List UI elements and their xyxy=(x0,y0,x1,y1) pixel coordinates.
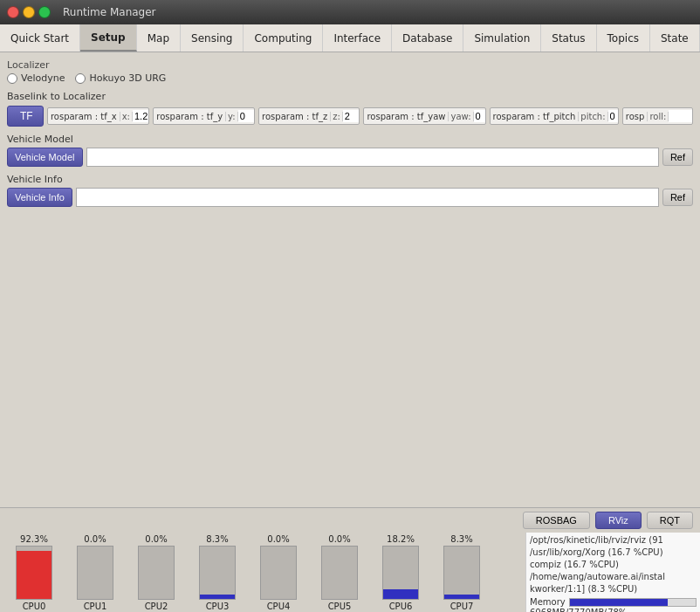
cpu-bar-cpu1 xyxy=(77,546,113,600)
vehicle-model-button[interactable]: Vehicle Model xyxy=(7,148,83,167)
cpu-bar-fill-cpu7 xyxy=(444,595,479,599)
tab-computing[interactable]: Computing xyxy=(244,24,323,52)
param-tf-x-input[interactable] xyxy=(133,110,149,122)
param-tf-z-input[interactable] xyxy=(343,110,360,122)
baselink-row: TF rosparam : tf_x x: ▲ ▼ rosparam : tf_… xyxy=(7,106,693,127)
tab-database[interactable]: Database xyxy=(392,24,463,52)
cpu-item-cpu0: 92.3%CPU0 xyxy=(3,534,65,612)
cpu-item-cpu7: 8.3%CPU7 xyxy=(431,534,492,612)
cpu-bar-cpu4 xyxy=(260,546,297,600)
info-panel: /opt/ros/kinetic/lib/rviz/rviz (91/usr/l… xyxy=(525,533,700,612)
hokuyo-radio-item[interactable]: Hokuyo 3D URG xyxy=(75,72,166,84)
vehicle-info-ref-button[interactable]: Ref xyxy=(662,189,693,206)
main-content: Localizer Velodyne Hokuyo 3D URG Baselin… xyxy=(0,52,700,507)
tab-quick-start[interactable]: Quick Start xyxy=(0,24,80,52)
cpu-label-cpu6: CPU6 xyxy=(389,602,413,611)
vehicle-model-row: Vehicle Model Ref xyxy=(7,148,693,167)
param-tf-y: rosparam : tf_y y: ▲ ▼ xyxy=(153,107,255,125)
cpu-label-cpu1: CPU1 xyxy=(84,602,107,611)
tab-topics[interactable]: Topics xyxy=(597,24,650,52)
param-tf-roll-input[interactable] xyxy=(669,110,693,122)
hokuyo-label: Hokuyo 3D URG xyxy=(89,72,166,84)
tab-sensing[interactable]: Sensing xyxy=(181,24,244,52)
minimize-button[interactable] xyxy=(23,6,35,18)
cpu-pct-cpu6: 18.2% xyxy=(387,534,415,544)
param-tf-yaw: rosparam : tf_yaw yaw: ▲ ▼ xyxy=(363,107,485,125)
param-tf-roll: rosp roll: ▲ ▼ xyxy=(622,107,693,125)
rqt-button[interactable]: RQT xyxy=(647,512,693,529)
window-controls xyxy=(7,6,51,18)
param-tf-yaw-sub: yaw: xyxy=(449,112,473,121)
cpu-label-cpu0: CPU0 xyxy=(23,602,46,611)
cpu-bar-cpu0 xyxy=(16,546,52,600)
rosbag-button[interactable]: ROSBAG xyxy=(523,512,590,529)
vehicle-model-ref-button[interactable]: Ref xyxy=(662,148,693,166)
param-tf-pitch-sub: pitch: xyxy=(579,112,607,121)
cpu-bar-cpu2 xyxy=(138,546,175,600)
vehicle-model-section: Vehicle Model Vehicle Model Ref xyxy=(7,134,693,167)
vehicle-info-section: Vehicle Info Vehicle Info Ref xyxy=(7,174,693,207)
cpu-item-cpu3: 8.3%CPU3 xyxy=(187,534,248,612)
velodyne-radio[interactable] xyxy=(7,73,17,84)
vehicle-model-input[interactable] xyxy=(86,148,659,167)
cpu-bar-fill-cpu3 xyxy=(200,595,235,599)
param-tf-x-label: rosparam : tf_x xyxy=(48,112,120,121)
velodyne-label: Velodyne xyxy=(21,72,65,84)
cpu-pct-cpu4: 0.0% xyxy=(267,534,289,544)
memory-bar xyxy=(569,598,697,607)
cpu-item-cpu1: 0.0%CPU1 xyxy=(65,534,126,612)
cpu-item-cpu2: 0.0%CPU2 xyxy=(126,534,187,612)
info-line-0: /opt/ros/kinetic/lib/rviz/rviz (91 xyxy=(530,534,697,547)
info-line-2: compiz (16.7 %CPU) xyxy=(530,559,697,571)
rviz-button[interactable]: RViz xyxy=(595,512,642,529)
tf-button[interactable]: TF xyxy=(7,106,44,127)
cpu-bar-fill-cpu0 xyxy=(17,551,51,599)
bottom-panel: ROSBAG RViz RQT 92.3%CPU00.0%CPU10.0%CPU… xyxy=(0,507,700,612)
maximize-button[interactable] xyxy=(38,6,51,18)
cpu-pct-cpu3: 8.3% xyxy=(206,534,228,544)
tab-interface[interactable]: Interface xyxy=(323,24,392,52)
tab-state[interactable]: State xyxy=(650,24,700,52)
param-tf-z-sub: z: xyxy=(331,112,343,121)
info-line-1: /usr/lib/xorg/Xorg (16.7 %CPU) xyxy=(530,547,697,559)
tab-simulation[interactable]: Simulation xyxy=(463,24,541,52)
cpu-pct-cpu1: 0.0% xyxy=(84,534,106,544)
param-tf-pitch-input[interactable] xyxy=(608,110,619,122)
param-tf-yaw-label: rosparam : tf_yaw xyxy=(364,112,449,121)
memory-bar-fill xyxy=(570,599,669,606)
baselink-label: Baselink to Localizer xyxy=(7,91,693,102)
param-tf-y-input[interactable] xyxy=(238,110,255,122)
tab-setup[interactable]: Setup xyxy=(80,24,137,52)
vehicle-info-input[interactable] xyxy=(76,188,659,207)
hokuyo-radio[interactable] xyxy=(75,73,86,84)
localizer-radio-group: Velodyne Hokuyo 3D URG xyxy=(7,72,693,84)
cpu-pct-cpu0: 92.3% xyxy=(20,534,48,544)
cpu-pct-cpu7: 8.3% xyxy=(450,534,472,544)
cpu-bars: 92.3%CPU00.0%CPU10.0%CPU28.3%CPU30.0%CPU… xyxy=(0,533,525,612)
velodyne-radio-item[interactable]: Velodyne xyxy=(7,72,65,84)
cpu-bar-cpu3 xyxy=(199,546,236,600)
cpu-label-cpu7: CPU7 xyxy=(450,602,474,611)
cpu-item-cpu6: 18.2%CPU6 xyxy=(370,534,431,612)
tab-map[interactable]: Map xyxy=(137,24,181,52)
tool-row: ROSBAG RViz RQT xyxy=(0,508,700,533)
close-button[interactable] xyxy=(7,6,19,18)
param-tf-z-label: rosparam : tf_z xyxy=(259,112,331,121)
tab-status[interactable]: Status xyxy=(541,24,596,52)
param-tf-roll-sub: roll: xyxy=(648,112,669,121)
localizer-section: Localizer Velodyne Hokuyo 3D URG xyxy=(7,59,693,84)
menubar: Quick Start Setup Map Sensing Computing … xyxy=(0,24,700,52)
cpu-bar-cpu7 xyxy=(443,546,480,600)
cpu-label-cpu3: CPU3 xyxy=(206,602,230,611)
vehicle-info-button[interactable]: Vehicle Info xyxy=(7,188,72,207)
localizer-label: Localizer xyxy=(7,59,693,71)
cpu-label-cpu5: CPU5 xyxy=(328,602,352,611)
cpu-pct-cpu5: 0.0% xyxy=(328,534,350,544)
param-tf-x: rosparam : tf_x x: ▲ ▼ xyxy=(47,107,149,125)
param-tf-y-label: rosparam : tf_y xyxy=(154,112,226,121)
param-tf-yaw-input[interactable] xyxy=(474,110,486,122)
memory-text-line: 6068MB/7770MB(78% xyxy=(530,607,697,612)
window-title: Runtime Manager xyxy=(63,6,156,18)
vehicle-info-row: Vehicle Info Ref xyxy=(7,188,693,207)
cpu-label-cpu4: CPU4 xyxy=(267,602,291,611)
